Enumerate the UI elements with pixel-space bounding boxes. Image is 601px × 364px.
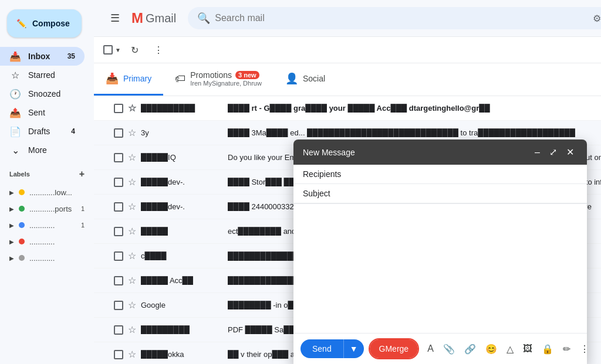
sidebar-item-snoozed[interactable]: 🕐 Snoozed	[0, 84, 85, 103]
label-item-label1[interactable]: ▶ ............low...	[0, 184, 94, 200]
label-dot-label2	[19, 206, 25, 212]
label-text-label2: ............ports	[29, 205, 72, 213]
compose-window: New Message – ⤢ ✕ Recipients Subject Sen…	[293, 140, 587, 364]
nav-list: 📥 Inbox 35 ☆ Starred 🕐 Snoozed 📤 Sent 📄 …	[0, 47, 94, 159]
label-arrow-label2: ▶	[9, 206, 14, 212]
send-button[interactable]: Send	[300, 339, 343, 358]
email-sender-2: 3y	[141, 128, 223, 137]
email-checkbox-2[interactable]	[114, 128, 123, 138]
email-subject-2: ████ 3Ma████ ed... █████████████████████…	[228, 128, 601, 137]
sidebar-item-more[interactable]: ⌄ More	[0, 141, 85, 159]
compose-close-button[interactable]: ✕	[563, 145, 578, 159]
star-icon-4[interactable]: ☆	[128, 176, 136, 188]
sidebar-item-starred[interactable]: ☆ Starred	[0, 66, 85, 84]
star-icon-10[interactable]: ☆	[128, 324, 136, 335]
nav-icon-sent: 📤	[9, 107, 21, 118]
tab-content-social: Social	[303, 74, 325, 83]
sidebar-item-drafts[interactable]: 📄 Drafts 4	[0, 122, 85, 141]
more-options-button[interactable]: ⋮	[149, 40, 168, 59]
email-checkbox-1[interactable]	[114, 104, 123, 113]
tab-label-social: Social	[303, 74, 325, 83]
tab-promotions[interactable]: 🏷 Promotions 3 new Iren MySignature, Dhr…	[163, 63, 274, 96]
star-icon-7[interactable]: ☆	[128, 250, 136, 261]
label-item-label4[interactable]: ▶ ............	[0, 233, 94, 250]
lock-icon[interactable]: 🔒	[538, 340, 557, 358]
menu-button[interactable]: ☰	[103, 6, 127, 30]
star-icon-5[interactable]: ☆	[128, 201, 136, 212]
email-checkbox-3[interactable]	[114, 153, 123, 162]
star-icon-8[interactable]: ☆	[128, 275, 136, 286]
photo-icon[interactable]: 🖼	[519, 340, 536, 358]
email-sender-9: Google	[141, 301, 223, 309]
signature-icon[interactable]: ✏	[559, 340, 574, 358]
formatting-icon[interactable]: A	[424, 340, 437, 358]
sidebar-item-sent[interactable]: 📤 Sent	[0, 103, 85, 122]
label-dot-label4	[19, 239, 25, 244]
tab-label-primary: Primary	[123, 74, 151, 83]
compose-fields: Recipients Subject	[293, 165, 587, 204]
label-item-label5[interactable]: ▶ ............	[0, 250, 94, 266]
label-item-label2[interactable]: ▶ ............ports 1	[0, 200, 94, 217]
compose-title: New Message	[303, 148, 531, 157]
tab-social[interactable]: 👤 Social	[274, 63, 337, 96]
email-checkbox-8[interactable]	[114, 276, 123, 285]
nav-icon-more: ⌄	[9, 145, 21, 156]
recipients-field[interactable]: Recipients	[293, 165, 587, 184]
inbox-tabs: 📥 Primary 🏷 Promotions 3 new Iren MySign…	[94, 63, 601, 96]
recipients-label: Recipients	[303, 169, 341, 179]
edit-icon: ✏️	[16, 19, 26, 28]
email-checkbox-9[interactable]	[114, 301, 123, 310]
emoji-icon[interactable]: 😊	[482, 340, 501, 358]
search-input[interactable]	[215, 13, 588, 23]
email-checkbox-11[interactable]	[114, 350, 123, 359]
sidebar-item-inbox[interactable]: 📥 Inbox 35	[0, 47, 85, 66]
nav-badge-inbox: 35	[67, 52, 75, 60]
nav-icon-drafts: 📄	[9, 126, 21, 137]
email-checkbox-5[interactable]	[114, 202, 123, 212]
search-bar[interactable]: 🔍 ⚙	[188, 7, 601, 29]
search-filter-icon[interactable]: ⚙	[593, 13, 601, 24]
star-icon-6[interactable]: ☆	[128, 226, 136, 237]
nav-label-snoozed: Snoozed	[28, 89, 60, 98]
drive-icon[interactable]: △	[503, 340, 517, 358]
email-checkbox-6[interactable]	[114, 227, 123, 236]
attach-icon[interactable]: 📎	[440, 340, 458, 358]
topbar: ☰ M Gmail 🔍 ⚙ ⊞ 👤 ▼ ? ⚙	[94, 0, 601, 37]
compose-header-actions: – ⤢ ✕	[531, 145, 578, 159]
link-icon[interactable]: 🔗	[461, 340, 480, 358]
select-all-checkbox[interactable]	[103, 45, 113, 55]
email-toolbar: ▼ ↻ ⋮ 1–50 of 74 ‹ › ☰ ⊞	[94, 37, 601, 63]
email-checkbox-4[interactable]	[114, 178, 123, 187]
tab-content-primary: Primary	[123, 74, 151, 83]
email-row[interactable]: ⠿ ☆ ██████████ ████ rt - G████ gra████ y…	[94, 96, 601, 121]
tab-primary[interactable]: 📥 Primary	[94, 63, 163, 96]
nav-label-more: More	[28, 145, 47, 155]
star-icon-3[interactable]: ☆	[128, 152, 136, 163]
tab-icon-promotions: 🏷	[175, 73, 185, 85]
compose-expand-button[interactable]: ⤢	[546, 145, 561, 159]
email-checkbox-10[interactable]	[114, 325, 123, 335]
email-sender-3: █████IQ	[141, 153, 223, 162]
compose-button[interactable]: ✏️ Compose	[7, 9, 82, 38]
email-checkbox-7[interactable]	[114, 251, 123, 261]
star-icon-11[interactable]: ☆	[128, 349, 136, 360]
label-item-label3[interactable]: ▶ ............ 1	[0, 217, 94, 233]
more-compose-icon[interactable]: ⋮	[576, 340, 593, 358]
labels-title: Labels	[9, 171, 30, 178]
compose-body[interactable]	[293, 204, 587, 333]
select-dropdown-icon[interactable]: ▼	[115, 47, 121, 53]
compose-minimize-button[interactable]: –	[531, 145, 543, 159]
subject-field[interactable]: Subject	[293, 184, 587, 203]
select-controls: ▼	[103, 45, 121, 55]
tab-icon-primary: 📥	[106, 72, 119, 85]
gmail-text: Gmail	[146, 12, 176, 25]
refresh-icon: ↻	[131, 45, 139, 56]
send-dropdown-button[interactable]: ▼	[343, 339, 364, 358]
refresh-button[interactable]: ↻	[126, 40, 144, 59]
subject-label: Subject	[303, 189, 330, 198]
add-label-icon[interactable]: +	[79, 169, 85, 179]
star-icon-9[interactable]: ☆	[128, 300, 136, 311]
star-icon-2[interactable]: ☆	[128, 127, 136, 138]
star-icon-1[interactable]: ☆	[128, 103, 136, 114]
gmerge-footer-button[interactable]: GMerge	[370, 339, 418, 358]
